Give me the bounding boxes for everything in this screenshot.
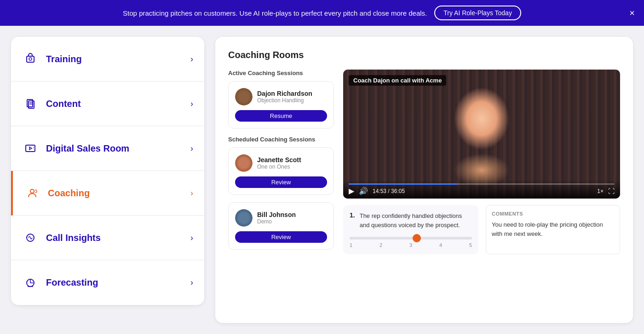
forecasting-icon (22, 275, 39, 291)
banner-cta-button[interactable]: Try AI Role-Plays Today (434, 6, 521, 20)
video-container: Coach Dajon on call with Acme ▶ 🔊 14:53 … (343, 70, 620, 199)
coaching-label: Coaching (48, 188, 190, 199)
dsr-icon (22, 140, 39, 157)
dsr-chevron: › (190, 144, 193, 153)
sidebar-item-coaching[interactable]: Coaching › (11, 171, 204, 216)
rating-label-1: 1 (350, 242, 352, 248)
forecasting-chevron: › (190, 278, 193, 287)
rating-container: 1 2 3 4 5 (350, 237, 472, 248)
rating-label-4: 4 (439, 242, 442, 248)
rating-labels: 1 2 3 4 5 (350, 242, 472, 248)
session-name-bill: Bill Johnson (257, 211, 327, 218)
sessions-panel: Active Coaching Sessions Dajon Richardso… (228, 70, 334, 307)
rating-label-3: 3 (409, 242, 412, 248)
sidebar: Training › Content › (11, 37, 204, 305)
sidebar-item-content[interactable]: Content › (11, 82, 204, 126)
feedback-number: 1. (350, 211, 355, 219)
scheduled-sessions-label: Scheduled Coaching Sessions (228, 136, 334, 143)
scheduled-session-card-jeanette: Jeanette Scott One on Ones Review (228, 147, 334, 195)
session-type-bill: Demo (257, 218, 327, 225)
coaching-rooms-title: Coaching Rooms (228, 50, 620, 60)
rating-thumb (413, 234, 421, 242)
coaching-icon (24, 185, 40, 201)
active-session-header: Dajon Richardson Objection Handling (235, 88, 327, 105)
banner-close-button[interactable]: × (629, 8, 635, 18)
video-controls: ▶ 🔊 14:53 / 36:05 1× ⛶ (343, 180, 620, 199)
session-info-bill: Bill Johnson Demo (257, 211, 327, 225)
fullscreen-button[interactable]: ⛶ (608, 188, 615, 195)
comments-text: You need to role-play the pricing object… (492, 220, 614, 238)
svg-point-1 (29, 58, 32, 60)
play-button[interactable]: ▶ (349, 188, 354, 195)
session-info-dajon: Dajon Richardson Objection Handling (257, 90, 327, 104)
svg-point-7 (30, 189, 34, 193)
rating-label-2: 2 (380, 242, 382, 248)
comments-box: COMMENTS You need to role-play the prici… (486, 205, 620, 254)
comments-label: COMMENTS (492, 211, 614, 217)
sidebar-item-training[interactable]: Training › (11, 37, 204, 82)
avatar-jeanette (235, 154, 253, 172)
volume-button[interactable]: 🔊 (359, 188, 368, 195)
video-label: Coach Dajon on call with Acme (349, 75, 446, 86)
session-name-dajon: Dajon Richardson (257, 90, 327, 97)
review-button-jeanette[interactable]: Review (235, 176, 327, 188)
sidebar-item-call-insights[interactable]: Call Insights › (11, 216, 204, 260)
training-chevron: › (190, 54, 193, 64)
sidebar-item-dsr[interactable]: Digital Sales Room › (11, 126, 204, 171)
training-icon (22, 51, 39, 67)
avatar-bill (235, 209, 253, 227)
rating-slider-fill (350, 237, 472, 240)
training-label: Training (46, 54, 190, 64)
active-session-card-dajon: Dajon Richardson Objection Handling Resu… (228, 81, 334, 129)
promo-banner: Stop practicing pitches on customers. Us… (0, 0, 644, 26)
banner-text: Stop practicing pitches on customers. Us… (123, 9, 427, 17)
speed-button[interactable]: 1× (597, 188, 604, 194)
session-type-jeanette: One on Ones (257, 164, 327, 170)
sidebar-item-forecasting[interactable]: Forecasting › (11, 260, 204, 305)
feedback-text: The rep confidently handled objections a… (360, 211, 472, 229)
rating-label-5: 5 (469, 242, 472, 248)
time-display: 14:53 / 36:05 (373, 188, 592, 194)
active-sessions-label: Active Coaching Sessions (228, 70, 334, 76)
svg-rect-0 (27, 56, 34, 62)
feedback-row: 1. The rep confidently handled objection… (343, 205, 620, 254)
review-button-bill[interactable]: Review (235, 231, 327, 243)
call-insights-chevron: › (190, 233, 193, 243)
resume-button[interactable]: Resume (235, 110, 327, 122)
scheduled-session-header-bill: Bill Johnson Demo (235, 209, 327, 227)
avatar-dajon (235, 88, 253, 105)
coaching-layout: Active Coaching Sessions Dajon Richardso… (228, 70, 620, 307)
call-insights-icon (22, 229, 39, 246)
progress-bar[interactable] (349, 183, 615, 185)
video-person (343, 70, 620, 199)
content-icon (22, 95, 39, 112)
session-info-jeanette: Jeanette Scott One on Ones (257, 156, 327, 170)
coaching-chevron: › (190, 188, 193, 198)
scheduled-session-card-bill: Bill Johnson Demo Review (228, 202, 334, 250)
controls-row: ▶ 🔊 14:53 / 36:05 1× ⛶ (349, 188, 615, 195)
content-chevron: › (190, 99, 193, 109)
progress-bar-fill (349, 183, 458, 185)
forecasting-label: Forecasting (46, 277, 190, 288)
session-name-jeanette: Jeanette Scott (257, 156, 327, 164)
main-layout: Training › Content › (0, 26, 644, 334)
video-panel: Coach Dajon on call with Acme ▶ 🔊 14:53 … (343, 70, 620, 307)
scheduled-session-header-jeanette: Jeanette Scott One on Ones (235, 154, 327, 172)
feedback-item: 1. The rep confidently handled objection… (343, 205, 478, 254)
session-type-dajon: Objection Handling (257, 97, 327, 104)
dsr-label: Digital Sales Room (46, 143, 190, 154)
content-label: Content (46, 99, 190, 109)
rating-slider[interactable] (350, 237, 472, 240)
call-insights-label: Call Insights (46, 233, 190, 243)
content-area: Coaching Rooms Active Coaching Sessions … (215, 37, 633, 323)
